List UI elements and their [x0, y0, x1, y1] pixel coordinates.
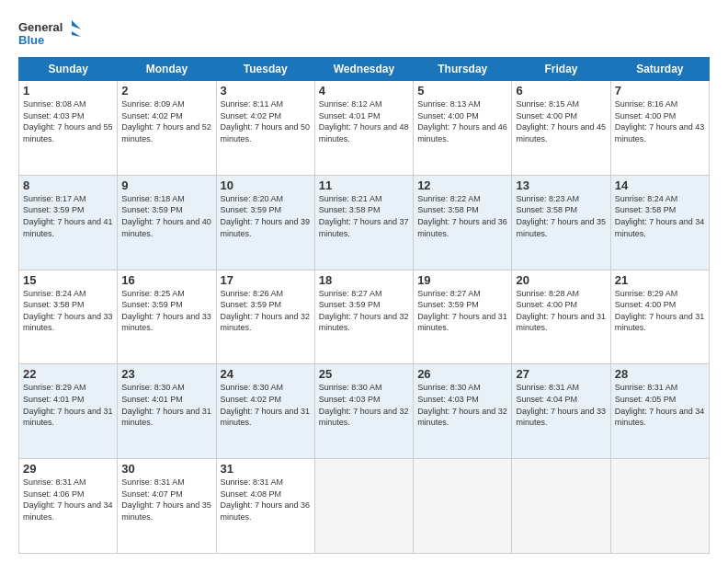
calendar-cell: 17Sunrise: 8:26 AM Sunset: 3:59 PM Dayli… [216, 270, 314, 364]
day-number: 9 [121, 178, 211, 192]
calendar-cell: 13Sunrise: 8:23 AM Sunset: 3:58 PM Dayli… [512, 175, 610, 270]
calendar-cell: 19Sunrise: 8:27 AM Sunset: 3:59 PM Dayli… [414, 270, 512, 364]
day-info: Sunrise: 8:31 AM Sunset: 4:05 PM Dayligh… [615, 382, 705, 428]
day-number: 14 [615, 178, 705, 192]
day-number: 15 [23, 273, 113, 287]
day-number: 26 [417, 367, 507, 381]
calendar-cell: 22Sunrise: 8:29 AM Sunset: 4:01 PM Dayli… [19, 364, 118, 459]
day-number: 6 [516, 84, 606, 98]
calendar-cell: 4Sunrise: 8:12 AM Sunset: 4:01 PM Daylig… [314, 81, 413, 176]
calendar-cell: 5Sunrise: 8:13 AM Sunset: 4:00 PM Daylig… [414, 81, 512, 176]
calendar-cell: 26Sunrise: 8:30 AM Sunset: 4:03 PM Dayli… [414, 364, 512, 459]
calendar-cell: 20Sunrise: 8:28 AM Sunset: 4:00 PM Dayli… [512, 270, 610, 364]
calendar-cell: 2Sunrise: 8:09 AM Sunset: 4:02 PM Daylig… [118, 81, 216, 176]
weekday-header-thursday: Thursday [414, 58, 512, 81]
calendar-week-row: 1Sunrise: 8:08 AM Sunset: 4:03 PM Daylig… [19, 81, 710, 176]
day-info: Sunrise: 8:11 AM Sunset: 4:02 PM Dayligh… [221, 98, 311, 144]
svg-text:Blue: Blue [18, 33, 44, 47]
calendar-cell: 6Sunrise: 8:15 AM Sunset: 4:00 PM Daylig… [512, 81, 610, 176]
calendar-cell: 15Sunrise: 8:24 AM Sunset: 3:58 PM Dayli… [19, 270, 118, 364]
day-number: 27 [516, 367, 606, 381]
calendar-week-row: 29Sunrise: 8:31 AM Sunset: 4:06 PM Dayli… [19, 459, 710, 554]
svg-text:General: General [18, 20, 63, 34]
calendar-cell: 23Sunrise: 8:30 AM Sunset: 4:01 PM Dayli… [118, 364, 216, 459]
calendar-week-row: 22Sunrise: 8:29 AM Sunset: 4:01 PM Dayli… [19, 364, 710, 459]
calendar-cell: 27Sunrise: 8:31 AM Sunset: 4:04 PM Dayli… [512, 364, 610, 459]
day-info: Sunrise: 8:21 AM Sunset: 3:58 PM Dayligh… [319, 193, 409, 239]
day-info: Sunrise: 8:28 AM Sunset: 4:00 PM Dayligh… [516, 288, 606, 334]
day-info: Sunrise: 8:24 AM Sunset: 3:58 PM Dayligh… [23, 288, 113, 334]
day-info: Sunrise: 8:16 AM Sunset: 4:00 PM Dayligh… [615, 98, 705, 144]
day-number: 4 [319, 84, 409, 98]
weekday-header-saturday: Saturday [610, 58, 709, 81]
day-info: Sunrise: 8:30 AM Sunset: 4:01 PM Dayligh… [121, 382, 211, 428]
day-info: Sunrise: 8:31 AM Sunset: 4:04 PM Dayligh… [516, 382, 606, 428]
day-number: 25 [319, 367, 409, 381]
day-number: 12 [417, 178, 507, 192]
day-info: Sunrise: 8:20 AM Sunset: 3:59 PM Dayligh… [221, 193, 311, 239]
calendar-cell [314, 459, 413, 554]
day-info: Sunrise: 8:25 AM Sunset: 3:59 PM Dayligh… [121, 288, 211, 334]
calendar-cell: 3Sunrise: 8:11 AM Sunset: 4:02 PM Daylig… [216, 81, 314, 176]
calendar-cell: 28Sunrise: 8:31 AM Sunset: 4:05 PM Dayli… [610, 364, 709, 459]
day-info: Sunrise: 8:31 AM Sunset: 4:08 PM Dayligh… [221, 477, 311, 523]
day-info: Sunrise: 8:30 AM Sunset: 4:03 PM Dayligh… [417, 382, 507, 428]
calendar-table: SundayMondayTuesdayWednesdayThursdayFrid… [18, 57, 710, 554]
day-number: 28 [615, 367, 705, 381]
day-info: Sunrise: 8:27 AM Sunset: 3:59 PM Dayligh… [417, 288, 507, 334]
calendar-cell: 16Sunrise: 8:25 AM Sunset: 3:59 PM Dayli… [118, 270, 216, 364]
day-number: 30 [121, 462, 211, 476]
calendar-cell: 8Sunrise: 8:17 AM Sunset: 3:59 PM Daylig… [19, 175, 118, 270]
day-number: 13 [516, 178, 606, 192]
day-info: Sunrise: 8:08 AM Sunset: 4:03 PM Dayligh… [23, 98, 113, 144]
day-info: Sunrise: 8:26 AM Sunset: 3:59 PM Dayligh… [221, 288, 311, 334]
day-info: Sunrise: 8:18 AM Sunset: 3:59 PM Dayligh… [121, 193, 211, 239]
calendar-cell: 11Sunrise: 8:21 AM Sunset: 3:58 PM Dayli… [314, 175, 413, 270]
weekday-header-wednesday: Wednesday [314, 58, 413, 81]
day-info: Sunrise: 8:22 AM Sunset: 3:58 PM Dayligh… [417, 193, 507, 239]
calendar-week-row: 15Sunrise: 8:24 AM Sunset: 3:58 PM Dayli… [19, 270, 710, 364]
day-number: 23 [121, 367, 211, 381]
general-blue-logo: General Blue [18, 17, 83, 53]
calendar-cell [610, 459, 709, 554]
day-number: 20 [516, 273, 606, 287]
calendar-cell: 12Sunrise: 8:22 AM Sunset: 3:58 PM Dayli… [414, 175, 512, 270]
day-info: Sunrise: 8:12 AM Sunset: 4:01 PM Dayligh… [319, 98, 409, 144]
day-number: 5 [417, 84, 507, 98]
day-info: Sunrise: 8:24 AM Sunset: 3:58 PM Dayligh… [615, 193, 705, 239]
day-info: Sunrise: 8:31 AM Sunset: 4:06 PM Dayligh… [23, 477, 113, 523]
weekday-header-tuesday: Tuesday [216, 58, 314, 81]
calendar-cell [414, 459, 512, 554]
day-number: 7 [615, 84, 705, 98]
calendar-cell: 18Sunrise: 8:27 AM Sunset: 3:59 PM Dayli… [314, 270, 413, 364]
day-info: Sunrise: 8:15 AM Sunset: 4:00 PM Dayligh… [516, 98, 606, 144]
calendar-cell: 1Sunrise: 8:08 AM Sunset: 4:03 PM Daylig… [19, 81, 118, 176]
day-number: 24 [221, 367, 311, 381]
day-number: 8 [23, 178, 113, 192]
weekday-header-row: SundayMondayTuesdayWednesdayThursdayFrid… [19, 58, 710, 81]
day-info: Sunrise: 8:27 AM Sunset: 3:59 PM Dayligh… [319, 288, 409, 334]
calendar-cell: 10Sunrise: 8:20 AM Sunset: 3:59 PM Dayli… [216, 175, 314, 270]
day-info: Sunrise: 8:30 AM Sunset: 4:02 PM Dayligh… [221, 382, 311, 428]
logo: General Blue [18, 17, 83, 53]
day-number: 10 [221, 178, 311, 192]
day-info: Sunrise: 8:29 AM Sunset: 4:00 PM Dayligh… [615, 288, 705, 334]
calendar-cell: 30Sunrise: 8:31 AM Sunset: 4:07 PM Dayli… [118, 459, 216, 554]
calendar-cell: 9Sunrise: 8:18 AM Sunset: 3:59 PM Daylig… [118, 175, 216, 270]
day-number: 16 [121, 273, 211, 287]
weekday-header-friday: Friday [512, 58, 610, 81]
calendar-cell: 31Sunrise: 8:31 AM Sunset: 4:08 PM Dayli… [216, 459, 314, 554]
calendar-cell: 25Sunrise: 8:30 AM Sunset: 4:03 PM Dayli… [314, 364, 413, 459]
day-number: 19 [417, 273, 507, 287]
day-number: 31 [221, 462, 311, 476]
calendar-week-row: 8Sunrise: 8:17 AM Sunset: 3:59 PM Daylig… [19, 175, 710, 270]
calendar-cell: 14Sunrise: 8:24 AM Sunset: 3:58 PM Dayli… [610, 175, 709, 270]
day-number: 18 [319, 273, 409, 287]
day-info: Sunrise: 8:17 AM Sunset: 3:59 PM Dayligh… [23, 193, 113, 239]
day-number: 29 [23, 462, 113, 476]
calendar-cell [512, 459, 610, 554]
day-info: Sunrise: 8:09 AM Sunset: 4:02 PM Dayligh… [121, 98, 211, 144]
svg-marker-3 [72, 31, 81, 37]
day-info: Sunrise: 8:13 AM Sunset: 4:00 PM Dayligh… [417, 98, 507, 144]
calendar-cell: 24Sunrise: 8:30 AM Sunset: 4:02 PM Dayli… [216, 364, 314, 459]
